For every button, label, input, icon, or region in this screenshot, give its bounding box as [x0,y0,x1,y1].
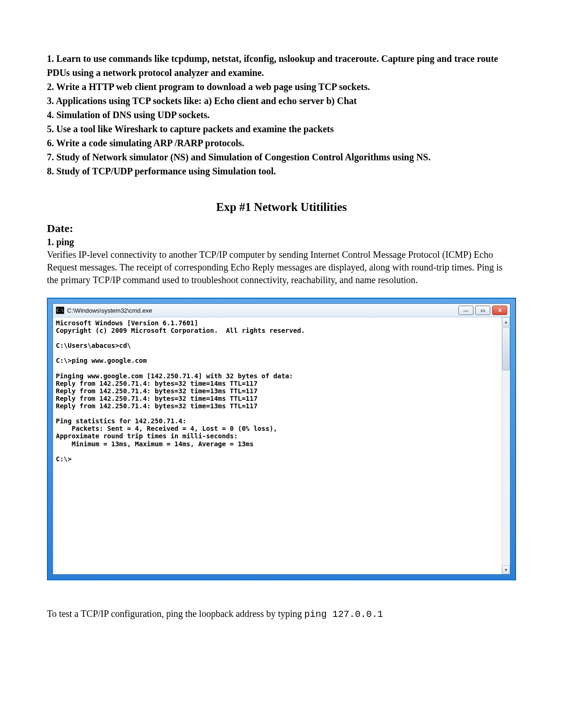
experiment-item: 6. Write a code simulating ARP /RARP pro… [47,136,516,150]
experiment-item: 3. Applications using TCP sockets like: … [47,94,516,108]
scroll-down-button[interactable]: ▼ [502,565,510,574]
experiment-item: 7. Study of Network simulator (NS) and S… [47,150,516,164]
close-button[interactable]: ✕ [492,306,507,315]
cmd-app-icon: C:\ [56,307,64,314]
cmd-title-text: C:\Windows\system32\cmd.exe [67,307,152,314]
footer-note: To test a TCP/IP configuration, ping the… [47,608,516,620]
document-page: 1. Learn to use commands like tcpdump, n… [0,0,563,728]
experiment-item: 1. Learn to use commands like tcpdump, n… [47,52,516,80]
experiment-item: 5. Use a tool like Wireshark to capture … [47,122,516,136]
maximize-button[interactable]: ▭ [475,306,490,315]
console-output[interactable]: Microsoft Windows [Version 6.1.7601] Cop… [53,317,510,574]
cmd-titlebar[interactable]: C:\ C:\Windows\system32\cmd.exe — ▭ ✕ [53,304,510,317]
date-label: Date: [47,222,516,235]
cmd-window-frame: C:\ C:\Windows\system32\cmd.exe — ▭ ✕ Mi… [47,298,516,580]
experiment-list: 1. Learn to use commands like tcpdump, n… [47,52,516,178]
experiment-item: 8. Study of TCP/UDP performance using Si… [47,164,516,178]
ping-heading: 1. ping [47,237,516,248]
vertical-scrollbar[interactable]: ▲ ▼ [502,317,510,574]
experiment-heading: Exp #1 Network Utitilities [47,201,516,214]
ping-description: Verifies IP-level connectivity to anothe… [47,248,516,286]
scroll-thumb[interactable] [502,327,510,370]
footer-text: To test a TCP/IP configuration, ping the… [47,608,304,619]
cmd-window: C:\ C:\Windows\system32\cmd.exe — ▭ ✕ Mi… [53,303,510,575]
experiment-item: 2. Write a HTTP web client program to do… [47,80,516,94]
scroll-up-button[interactable]: ▲ [502,317,510,326]
footer-code: ping 127.0.0.1 [304,609,383,620]
minimize-button[interactable]: — [458,306,473,315]
experiment-item: 4. Simulation of DNS using UDP sockets. [47,108,516,122]
console-area: Microsoft Windows [Version 6.1.7601] Cop… [53,317,510,574]
